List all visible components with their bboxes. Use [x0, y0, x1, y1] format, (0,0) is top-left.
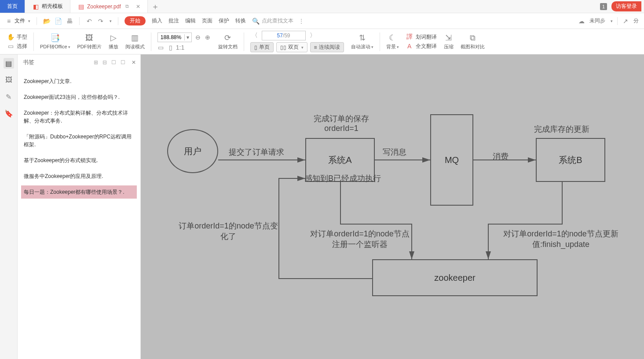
view-continuous[interactable]: ≡连续阅读 — [310, 42, 344, 52]
tab-templates[interactable]: ◧ 稻壳模板 — [25, 0, 70, 13]
menu-page[interactable]: 页面 — [202, 17, 212, 25]
view-double-page[interactable]: ▯▯双页▾ — [276, 42, 307, 52]
bm-tool-1[interactable]: ⊞ — [94, 59, 98, 65]
bookmark-item[interactable]: Zookeeper入门文章. — [21, 75, 137, 88]
share-label: 分 — [633, 17, 639, 25]
translate-word-icon: 譯 — [406, 33, 413, 40]
menu-insert[interactable]: 插入 — [152, 17, 162, 25]
hamburger-icon: ≡ — [5, 18, 12, 25]
save-icon[interactable]: 📄 — [55, 18, 62, 25]
node-zookeeper: zookeeper — [372, 259, 538, 296]
label-update: 对订单orderId=1的node节点更新值:finish_update — [493, 228, 629, 250]
view-single-page[interactable]: ▯单页 — [250, 42, 274, 52]
menu-annotate[interactable]: 批注 — [168, 17, 179, 25]
bookmark-panel: 书签 ⊞ ⊟ ☐ ☐ ✕ Zookeeper入门文章.Zookeeper面试23… — [18, 54, 141, 359]
bm-tool-4[interactable]: ☐ — [121, 59, 125, 65]
search-icon: 🔍 — [252, 18, 259, 25]
double-page-icon: ▯▯ — [280, 44, 286, 51]
page-next[interactable]: 〉 — [308, 32, 317, 40]
search-more-icon[interactable]: ⋮ — [299, 18, 304, 24]
tab-close-icon[interactable]: ✕ — [136, 4, 140, 10]
bookmark-item[interactable]: 每日一题：Zookeeper都有哪些使用场景？. — [21, 185, 137, 199]
fit-width-icon[interactable]: ▭ — [157, 44, 165, 51]
zoom-input[interactable] — [158, 34, 184, 40]
bookmark-item[interactable]: 基于Zookeeper的分布式锁实现. — [21, 154, 137, 167]
open-icon[interactable]: 📂 — [43, 18, 50, 25]
word-translate[interactable]: 譯划词翻译 — [406, 33, 437, 41]
tab-document[interactable]: ▤ Zookeeper.pdf ⧉ ✕ — [70, 0, 148, 13]
sync-status[interactable]: 未同步 — [589, 17, 605, 25]
full-translate[interactable]: A全文翻译 — [406, 43, 437, 50]
pdf-to-office[interactable]: 📑PDF转Office▾ — [37, 29, 73, 54]
bm-tool-3[interactable]: ☐ — [111, 59, 116, 65]
translate-full-icon: A — [406, 43, 413, 50]
label-submit: 提交了订单请求 — [229, 147, 284, 157]
page-prev[interactable]: 〈 — [250, 32, 259, 40]
left-rail: ▤ 🖼 ✎ 🔖 — [0, 54, 18, 359]
page-number-field[interactable]: 57/59 — [262, 31, 306, 40]
label-consume: 消费 — [493, 151, 509, 162]
convert-image-icon: 🖼 — [85, 33, 93, 43]
background-button[interactable]: ☾背景▾ — [384, 29, 402, 54]
rail-attachment-icon[interactable]: 🔖 — [4, 108, 14, 119]
tool-hand[interactable]: ✋手型 — [7, 33, 27, 41]
menu-convert[interactable]: 转换 — [235, 17, 246, 25]
page-total: /59 — [283, 33, 290, 39]
template-icon: ◧ — [32, 3, 39, 10]
rail-thumbnail-icon[interactable]: 🖼 — [4, 75, 14, 85]
document-tabs: 首页 ◧ 稻壳模板 ▤ Zookeeper.pdf ⧉ ✕ ＋ 1 访客登录 — [0, 0, 644, 13]
label-node-change: 订单orderId=1的node节点变化了 — [178, 221, 279, 242]
tab-add[interactable]: ＋ — [148, 0, 163, 13]
hand-icon: ✋ — [7, 33, 14, 40]
bookmark-item[interactable]: Zookeeper：分布式架构详解、分布式技术详解、分布式事务. — [21, 106, 137, 127]
pdf-canvas[interactable]: 用户 系统A MQ 系统B zookeeper 完成订单的保存 orderId=… — [141, 54, 644, 359]
single-page-icon: ▯ — [254, 44, 257, 51]
cloud-icon[interactable]: ☁ — [578, 18, 585, 25]
node-system-b: 系统B — [536, 138, 605, 182]
undo-icon[interactable]: ↶ — [86, 18, 93, 25]
compress-button[interactable]: ⇲压缩 — [441, 29, 456, 54]
tab-pop-out-icon[interactable]: ⧉ — [125, 4, 129, 9]
node-user: 用户 — [167, 129, 218, 173]
diagram: 用户 系统A MQ 系统B zookeeper 完成订单的保存 orderId=… — [167, 129, 642, 331]
screenshot-compare-button[interactable]: ⧉截图和对比 — [458, 29, 487, 54]
zoom-field[interactable]: ▾ — [157, 33, 192, 42]
zoom-out-icon[interactable]: ⊖ — [194, 34, 201, 41]
play-button[interactable]: ▷播放 — [106, 29, 121, 54]
rail-annotation-icon[interactable]: ✎ — [4, 91, 14, 102]
rotate-icon: ⟳ — [224, 33, 231, 43]
actual-size-icon[interactable]: 1:1 — [177, 44, 184, 51]
menu-edit[interactable]: 编辑 — [185, 17, 196, 25]
play-icon: ▷ — [110, 33, 117, 43]
bm-tool-2[interactable]: ⊟ — [102, 59, 107, 65]
menu-start[interactable]: 开始 — [124, 16, 146, 25]
bookmark-item[interactable]: 微服务中Zookeeper的应用及原理. — [21, 170, 137, 183]
read-mode-button[interactable]: ▥阅读模式 — [123, 29, 147, 54]
label-top-a: 完成订单的保存 orderId=1 — [302, 113, 381, 133]
hamburger-file-menu[interactable]: ≡ 文件▾ — [5, 17, 30, 25]
notification-badge[interactable]: 1 — [600, 3, 607, 10]
cursor-icon: ▭ — [7, 43, 14, 50]
zoom-in-icon[interactable]: ⊕ — [204, 34, 211, 41]
pdf-to-image[interactable]: 🖼PDF转图片 — [75, 29, 104, 54]
label-top-b: 完成库存的更新 — [534, 124, 589, 134]
bookmark-item[interactable]: Zookeeper面试23连问，这些你都会吗？. — [21, 91, 137, 104]
auto-scroll-button[interactable]: ⇅自动滚动▾ — [348, 29, 376, 54]
redo-icon[interactable]: ↷ — [97, 18, 104, 25]
rail-outline-icon[interactable]: ▤ — [4, 58, 14, 69]
print-icon[interactable]: 🖶 — [66, 18, 73, 25]
bookmark-item[interactable]: 「附源码」Dubbo+Zookeeper的RPC远程调用框架. — [21, 130, 137, 151]
search-placeholder: 点此查找文本 — [262, 17, 293, 25]
guest-login-button[interactable]: 访客登录 — [611, 1, 641, 11]
moon-icon: ☾ — [389, 33, 396, 43]
search-box[interactable]: 🔍 点此查找文本 ⋮ — [252, 17, 304, 25]
zoom-dropdown-icon[interactable]: ▾ — [184, 34, 191, 40]
tab-home[interactable]: 首页 — [0, 0, 25, 13]
tool-select[interactable]: ▭选择 — [7, 43, 27, 50]
label-register: 对订单orderId=1的node节点注册一个监听器 — [307, 228, 413, 250]
rotate-button[interactable]: ⟳旋转文档 — [216, 29, 240, 54]
bookmark-close-icon[interactable]: ✕ — [132, 59, 136, 65]
share-icon[interactable]: ↗ — [622, 18, 629, 25]
menu-protect[interactable]: 保护 — [219, 17, 229, 25]
fit-page-icon[interactable]: ▯ — [167, 44, 174, 51]
